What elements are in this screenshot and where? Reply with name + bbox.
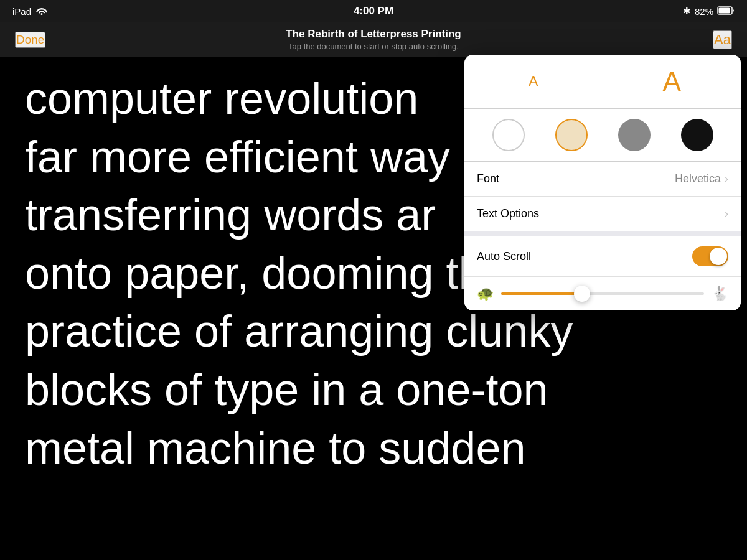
text-options-menu-row[interactable]: Text Options › bbox=[464, 197, 741, 231]
popup-panel: A A Font Helvetica › Text Options › Auto… bbox=[464, 55, 741, 310]
status-bar-left: iPad bbox=[12, 6, 47, 17]
font-label: Font bbox=[477, 172, 499, 185]
toggle-track bbox=[692, 246, 728, 266]
done-button[interactable]: Done bbox=[15, 32, 45, 48]
status-bar-time: 4:00 PM bbox=[354, 5, 393, 17]
status-bar: iPad 4:00 PM ✱ 82% bbox=[0, 0, 747, 22]
theme-sepia-button[interactable] bbox=[555, 119, 588, 151]
text-options-chevron-container: › bbox=[725, 207, 728, 220]
device-label: iPad bbox=[12, 6, 31, 17]
svg-rect-1 bbox=[719, 7, 730, 13]
theme-row bbox=[464, 109, 741, 162]
auto-scroll-row: Auto Scroll bbox=[464, 236, 741, 277]
battery-icon bbox=[717, 6, 735, 17]
speed-slider-thumb[interactable] bbox=[574, 286, 590, 302]
toggle-thumb bbox=[710, 248, 727, 265]
article-line-5: practice of arranging clunky bbox=[25, 302, 722, 361]
nav-center: The Rebirth of Letterpress Printing Tap … bbox=[286, 28, 461, 52]
auto-scroll-label: Auto Scroll bbox=[477, 250, 531, 263]
speed-slider-fill bbox=[501, 292, 582, 295]
theme-gray-button[interactable] bbox=[618, 119, 651, 151]
font-menu-row[interactable]: Font Helvetica › bbox=[464, 162, 741, 197]
theme-black-button[interactable] bbox=[681, 119, 713, 151]
font-large-label: A bbox=[663, 66, 681, 97]
turtle-icon: 🐢 bbox=[477, 286, 494, 302]
text-options-chevron-icon: › bbox=[725, 207, 728, 220]
wifi-icon bbox=[36, 6, 47, 17]
font-size-row: A A bbox=[464, 55, 741, 109]
status-bar-right: ✱ 82% bbox=[683, 6, 735, 17]
nav-title: The Rebirth of Letterpress Printing bbox=[286, 28, 461, 40]
font-small-label: A bbox=[529, 73, 538, 90]
aa-button[interactable]: Aa bbox=[713, 30, 732, 49]
auto-scroll-toggle[interactable] bbox=[692, 246, 728, 266]
font-chevron-icon: › bbox=[725, 172, 728, 185]
text-options-label: Text Options bbox=[477, 207, 539, 220]
speed-slider[interactable] bbox=[501, 292, 704, 295]
article-line-7: metal machine to sudden bbox=[25, 419, 722, 478]
section-separator bbox=[464, 231, 741, 236]
font-decrease-button[interactable]: A bbox=[464, 55, 603, 108]
font-increase-button[interactable]: A bbox=[603, 55, 741, 108]
battery-label: 82% bbox=[695, 6, 713, 17]
bluetooth-icon: ✱ bbox=[683, 6, 691, 17]
font-value: Helvetica bbox=[675, 172, 721, 185]
rabbit-icon: 🐇 bbox=[712, 286, 728, 302]
font-value-container: Helvetica › bbox=[675, 172, 728, 185]
nav-subtitle: Tap the document to start or stop auto s… bbox=[288, 42, 459, 51]
speed-row: 🐢 🐇 bbox=[464, 277, 741, 310]
article-line-6: blocks of type in a one-ton bbox=[25, 361, 722, 419]
theme-white-button[interactable] bbox=[492, 119, 525, 151]
nav-bar: Done The Rebirth of Letterpress Printing… bbox=[0, 22, 747, 57]
